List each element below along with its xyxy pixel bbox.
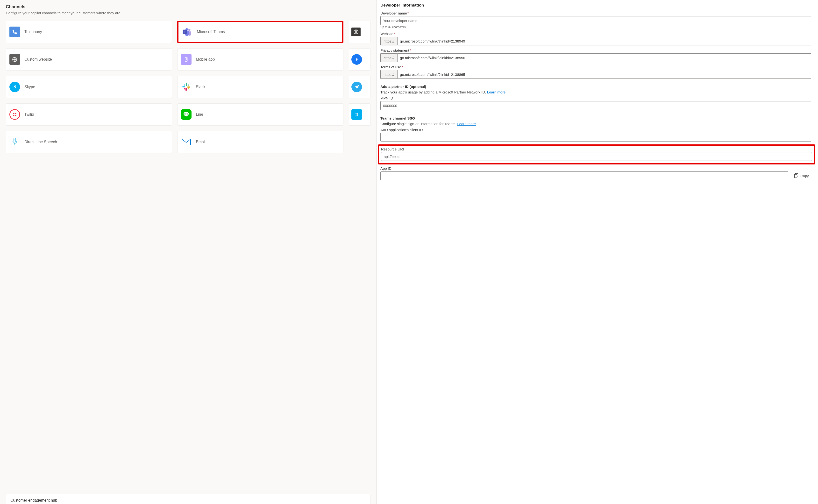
channel-label: Mobile app: [196, 57, 215, 62]
developer-name-helper: Up to 32 characters: [380, 25, 811, 29]
terms-field-group: Terms of use* https://: [380, 65, 811, 79]
globe-icon: [351, 28, 361, 36]
channel-card-email[interactable]: Email: [177, 131, 343, 153]
channel-card-direct-line-speech[interactable]: Direct Line Speech: [6, 131, 172, 153]
copy-button[interactable]: Copy: [792, 171, 811, 180]
client-id-input[interactable]: [380, 133, 811, 142]
resource-uri-highlight: Resource URI: [378, 144, 815, 164]
copy-icon: [794, 173, 798, 179]
app-id-field-group: App ID Copy: [380, 166, 811, 180]
required-asterisk: *: [394, 32, 395, 36]
teams-icon: T: [182, 27, 192, 37]
svg-rect-30: [182, 139, 191, 145]
svg-point-0: [188, 29, 191, 31]
client-id-field-group: AAD application's client ID: [380, 128, 811, 142]
svg-text:LINE: LINE: [184, 113, 188, 115]
svg-point-13: [188, 85, 189, 86]
https-prefix: https://: [380, 37, 397, 45]
groupme-icon: [351, 109, 362, 120]
channel-card-mobile-app[interactable]: Mobile app: [177, 48, 343, 71]
facebook-icon: [351, 54, 362, 65]
channel-card-partial-1[interactable]: [349, 21, 370, 43]
channel-label: Line: [196, 112, 203, 117]
sso-title: Teams channel SSO: [380, 116, 811, 120]
line-icon: LINE: [181, 109, 192, 120]
channels-title: Channels: [6, 4, 370, 9]
resource-uri-label: Resource URI: [381, 147, 812, 151]
svg-point-15: [184, 88, 185, 90]
channel-card-slack[interactable]: Slack: [177, 76, 343, 98]
telegram-icon: [351, 82, 362, 92]
channel-label: Slack: [196, 85, 205, 90]
required-asterisk: *: [410, 48, 411, 52]
svg-rect-11: [182, 86, 185, 87]
email-icon: [181, 137, 192, 147]
svg-text:T: T: [184, 30, 186, 34]
channel-card-partial-3[interactable]: [349, 76, 370, 98]
developer-name-input[interactable]: [380, 16, 811, 25]
partner-learn-more-link[interactable]: Learn more: [487, 90, 506, 94]
partner-id-title: Add a partner ID (optional): [380, 85, 811, 89]
channel-card-teams[interactable]: T Microsoft Teams: [178, 22, 342, 42]
channel-label: Skype: [24, 85, 35, 90]
sso-desc: Configure single sign-on information for…: [380, 121, 811, 126]
https-prefix: https://: [380, 70, 397, 79]
app-id-input[interactable]: [380, 171, 788, 180]
mobile-icon: [181, 54, 192, 65]
partner-id-desc: Track your app's usage by adding a Micro…: [380, 90, 811, 95]
channels-subtitle: Configure your copilot channels to meet …: [6, 11, 370, 15]
svg-point-16: [13, 113, 14, 114]
website-input[interactable]: [397, 37, 811, 45]
resource-uri-input[interactable]: [381, 152, 812, 161]
channel-card-partial-2[interactable]: [349, 48, 370, 71]
channel-label: Direct Line Speech: [24, 140, 57, 145]
partner-id-section: Add a partner ID (optional) Track your a…: [380, 85, 811, 110]
channel-label: Twilio: [24, 112, 34, 117]
terms-input[interactable]: [397, 70, 811, 79]
channel-card-twilio[interactable]: Twilio: [6, 103, 172, 126]
privacy-field-group: Privacy statement* https://: [380, 48, 811, 62]
channel-label: Custom website: [24, 57, 52, 62]
svg-point-14: [188, 88, 189, 90]
terms-label: Terms of use*: [380, 65, 811, 69]
required-asterisk: *: [402, 65, 403, 69]
channel-grid: Telephony T Microsoft Teams: [6, 21, 370, 153]
developer-name-label: Developer name*: [380, 11, 811, 15]
svg-rect-32: [794, 174, 797, 178]
svg-rect-10: [185, 88, 187, 91]
slack-icon: [181, 82, 192, 92]
mpn-id-input[interactable]: [380, 101, 811, 110]
skype-icon: S: [9, 82, 20, 92]
mpn-id-label: MPN ID: [380, 96, 811, 100]
privacy-input[interactable]: [397, 53, 811, 62]
svg-rect-8: [186, 83, 187, 86]
svg-rect-9: [187, 86, 190, 88]
channel-label: Telephony: [24, 29, 42, 35]
sso-section: Teams channel SSO Configure single sign-…: [380, 116, 811, 180]
channel-card-telephony[interactable]: Telephony: [6, 21, 172, 43]
https-prefix: https://: [380, 53, 397, 62]
channel-card-partial-4[interactable]: [349, 103, 370, 126]
channel-card-custom-website[interactable]: Custom website: [6, 48, 172, 71]
channel-label: Email: [196, 140, 206, 145]
svg-text:S: S: [14, 84, 16, 89]
mic-icon: [9, 137, 20, 147]
sso-learn-more-link[interactable]: Learn more: [457, 122, 476, 126]
svg-point-19: [15, 115, 16, 116]
privacy-label: Privacy statement*: [380, 48, 811, 52]
globe-icon: [9, 54, 20, 65]
developer-info-panel: Developer information Developer name* Up…: [376, 0, 818, 504]
channel-card-line[interactable]: LINE Line: [177, 103, 343, 126]
hub-title: Customer engagement hub: [10, 498, 366, 503]
channel-card-skype[interactable]: S Skype: [6, 76, 172, 98]
svg-point-17: [15, 113, 16, 114]
developer-info-title: Developer information: [380, 3, 811, 8]
app-id-label: App ID: [380, 166, 811, 170]
website-field-group: Website* https://: [380, 32, 811, 45]
customer-engagement-hub-card[interactable]: Customer engagement hub: [6, 494, 370, 504]
channel-label: Microsoft Teams: [197, 29, 225, 35]
channel-card-teams-highlight: T Microsoft Teams: [177, 21, 343, 43]
phone-icon: [9, 27, 20, 37]
twilio-icon: [9, 109, 20, 120]
svg-point-18: [13, 115, 14, 116]
